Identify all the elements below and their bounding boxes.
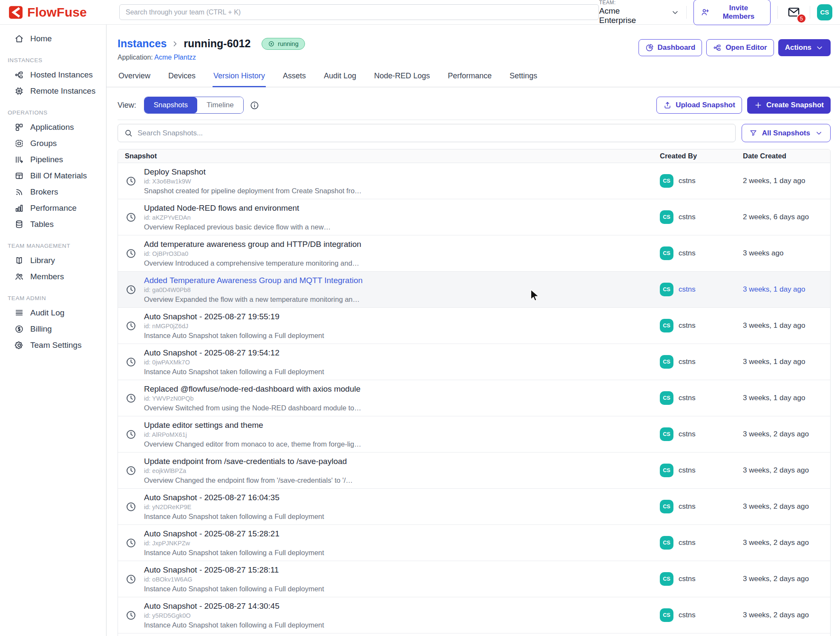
snapshot-row[interactable]: Auto Snapshot - 2025-08-27 19:55:19id: n… bbox=[118, 308, 830, 344]
dashboard-button[interactable]: Dashboard bbox=[639, 39, 702, 56]
snapshot-title[interactable]: Update editor settings and theme bbox=[144, 421, 361, 430]
team-search-input[interactable] bbox=[119, 4, 599, 20]
snapshot-row[interactable]: Updated Node-RED flows and environmentid… bbox=[118, 199, 830, 235]
tab-performance[interactable]: Performance bbox=[447, 72, 492, 87]
snapshot-title[interactable]: Auto Snapshot - 2025-08-27 19:55:19 bbox=[144, 312, 324, 321]
snapshot-title[interactable]: Auto Snapshot - 2025-08-27 16:04:35 bbox=[144, 493, 324, 502]
sidebar-item-hosted-instances[interactable]: Hosted Instances bbox=[0, 67, 106, 83]
application-link[interactable]: Acme Plantzz bbox=[154, 54, 196, 61]
snapshot-row[interactable]: Auto Snapshot - 2025-08-27 16:04:35id: y… bbox=[118, 489, 830, 525]
tab-settings[interactable]: Settings bbox=[509, 72, 538, 87]
sidebar-item-billing[interactable]: Billing bbox=[0, 321, 106, 337]
snapshot-title[interactable]: Replaced @flowfuse/node-red-dashboard wi… bbox=[144, 384, 361, 394]
tab-node-red-logs[interactable]: Node-RED Logs bbox=[373, 72, 431, 87]
created-by-cell: CScstns bbox=[660, 283, 743, 296]
user-avatar: CS bbox=[660, 427, 673, 441]
status-label: running bbox=[278, 40, 298, 47]
snapshot-cell: Added Temperature Awareness Group and MQ… bbox=[118, 276, 660, 304]
flowfuse-logo[interactable]: FlowFuse bbox=[9, 5, 87, 20]
tab-version-history[interactable]: Version History bbox=[213, 72, 266, 87]
clock-icon bbox=[125, 284, 137, 295]
snapshot-title[interactable]: Auto Snapshot - 2025-08-27 15:28:11 bbox=[144, 565, 324, 575]
snapshot-filter-button[interactable]: All Snapshots bbox=[742, 124, 831, 142]
sidebar-item-bill-of-materials[interactable]: Bill Of Materials bbox=[0, 168, 106, 184]
snapshot-row[interactable]: Added Temperature Awareness Group and MQ… bbox=[118, 272, 830, 308]
info-icon[interactable] bbox=[250, 100, 259, 110]
actions-button[interactable]: Actions bbox=[778, 39, 831, 56]
sidebar-section-label: TEAM ADMIN bbox=[8, 295, 106, 301]
created-by-cell: CScstns bbox=[660, 391, 743, 405]
snapshot-title[interactable]: Updated Node-RED flows and environment bbox=[144, 203, 331, 213]
team-name: Acme Enterprise bbox=[599, 6, 655, 25]
snapshot-title[interactable]: Auto Snapshot - 2025-08-27 14:30:45 bbox=[144, 602, 324, 611]
snapshot-title[interactable]: Auto Snapshot - 2025-08-27 15:28:21 bbox=[144, 529, 324, 539]
sidebar-item-members[interactable]: Members bbox=[0, 269, 106, 285]
snapshot-row[interactable]: Auto Snapshot - 2025-08-27 15:28:21id: J… bbox=[118, 525, 830, 561]
brand-name: FlowFuse bbox=[27, 5, 87, 20]
snapshot-row[interactable]: Update editor settings and themeid: AlRP… bbox=[118, 416, 830, 453]
snapshot-row[interactable]: Auto Snapshot - 2025-08-27 19:54:12id: 0… bbox=[118, 344, 830, 380]
snapshot-title[interactable]: Update endpoint from /save-credentials t… bbox=[144, 457, 353, 466]
sidebar-item-performance[interactable]: Performance bbox=[0, 200, 106, 216]
clock-icon bbox=[125, 465, 137, 476]
snapshot-row[interactable]: Replaced @flowfuse/node-red-dashboard wi… bbox=[118, 380, 830, 416]
snapshot-row[interactable]: Auto Snapshot - 2025-08-27 14:30:45id: y… bbox=[118, 597, 830, 633]
sidebar-item-team-settings[interactable]: Team Settings bbox=[0, 337, 106, 353]
snapshot-id: id: aKZPYvEDAn bbox=[144, 214, 331, 221]
library-icon bbox=[14, 256, 24, 265]
application-line: Application: Acme Plantzz bbox=[118, 54, 305, 61]
snapshot-id: id: 0jwPAXMk7O bbox=[144, 359, 324, 366]
sidebar-item-library[interactable]: Library bbox=[0, 252, 106, 269]
sidebar-item-applications[interactable]: Applications bbox=[0, 119, 106, 135]
tab-overview[interactable]: Overview bbox=[118, 72, 151, 87]
sidebar-item-label: Tables bbox=[30, 220, 54, 229]
view-label: View: bbox=[118, 101, 136, 110]
snapshot-row[interactable]: Add HTTP endpoint for saving credentials… bbox=[118, 633, 830, 636]
sidebar-section-label: INSTANCES bbox=[8, 57, 106, 63]
sidebar-item-audit-log[interactable]: Audit Log bbox=[0, 305, 106, 321]
invite-members-button[interactable]: Invite Members bbox=[693, 0, 771, 25]
snapshot-title[interactable]: Added Temperature Awareness Group and MQ… bbox=[144, 276, 362, 285]
billing-icon bbox=[14, 324, 24, 334]
tab-assets[interactable]: Assets bbox=[282, 72, 307, 87]
tab-audit-log[interactable]: Audit Log bbox=[323, 72, 357, 87]
sidebar-item-brokers[interactable]: Brokers bbox=[0, 184, 106, 200]
snapshot-row[interactable]: Auto Snapshot - 2025-08-27 15:28:11id: o… bbox=[118, 561, 830, 597]
user-avatar: CS bbox=[660, 355, 673, 369]
snapshot-description: Overview Switched from using the Node-RE… bbox=[144, 404, 361, 412]
snapshot-row[interactable]: Deploy Snapshotid: X3o6Bw1k9WSnapshot cr… bbox=[118, 163, 830, 199]
tab-devices[interactable]: Devices bbox=[167, 72, 196, 87]
sidebar-item-tables[interactable]: Tables bbox=[0, 216, 106, 232]
sidebar-item-home[interactable]: Home bbox=[0, 31, 106, 47]
clock-icon bbox=[125, 356, 137, 368]
snapshot-table: Snapshot Created By Date Created Deploy … bbox=[118, 149, 831, 636]
groups-icon bbox=[14, 139, 24, 148]
snapshot-title[interactable]: Deploy Snapshot bbox=[144, 167, 362, 177]
view-segment-timeline[interactable]: Timeline bbox=[197, 97, 243, 113]
open-editor-button[interactable]: Open Editor bbox=[706, 39, 774, 56]
user-avatar[interactable]: CS bbox=[817, 4, 832, 20]
snapshot-title[interactable]: Add temperature awareness group and HTTP… bbox=[144, 240, 361, 249]
user-avatar: CS bbox=[660, 572, 673, 586]
sidebar-item-remote-instances[interactable]: Remote Instances bbox=[0, 83, 106, 99]
snapshot-row[interactable]: Update endpoint from /save-credentials t… bbox=[118, 453, 830, 489]
created-by-cell: CScstns bbox=[660, 427, 743, 441]
snapshot-search-input[interactable] bbox=[138, 129, 729, 138]
create-snapshot-button[interactable]: Create Snapshot bbox=[747, 97, 831, 114]
snapshot-row[interactable]: Add temperature awareness group and HTTP… bbox=[118, 235, 830, 272]
clock-icon bbox=[125, 392, 137, 404]
snapshot-title[interactable]: Auto Snapshot - 2025-08-27 19:54:12 bbox=[144, 348, 324, 358]
breadcrumb-instances-link[interactable]: Instances bbox=[118, 37, 167, 50]
upload-snapshot-button[interactable]: Upload Snapshot bbox=[656, 97, 742, 114]
snapshot-description: Instance Auto Snapshot taken following a… bbox=[144, 621, 324, 629]
divider bbox=[777, 6, 778, 19]
notifications-button[interactable]: 5 bbox=[785, 5, 803, 20]
created-by-cell: CScstns bbox=[660, 319, 743, 332]
snapshot-description: Snapshot created for pipeline deployment… bbox=[144, 187, 362, 195]
created-by-cell: CScstns bbox=[660, 464, 743, 477]
team-selector[interactable]: TEAM: Acme Enterprise bbox=[599, 0, 679, 25]
user-name: cstns bbox=[679, 285, 696, 294]
view-segment-snapshots[interactable]: Snapshots bbox=[144, 97, 197, 113]
sidebar-item-pipelines[interactable]: Pipelines bbox=[0, 152, 106, 168]
sidebar-item-groups[interactable]: Groups bbox=[0, 135, 106, 152]
